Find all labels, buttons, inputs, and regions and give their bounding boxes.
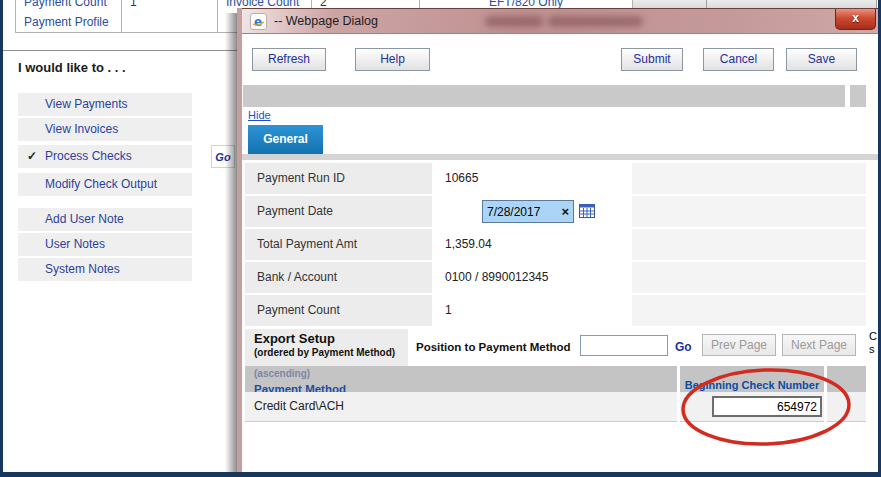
- export-setup-cell: Export Setup (ordered by Payment Method): [245, 329, 408, 366]
- row-filler: [632, 196, 866, 227]
- payment-count-value: 1: [445, 295, 452, 326]
- grid-header-beginning-check-number: Beginning Check Number: [680, 366, 824, 392]
- beginning-check-number-input[interactable]: [712, 396, 822, 417]
- position-label: Position to Payment Method: [416, 329, 571, 366]
- tab-strip: [242, 154, 878, 160]
- payment-profile-label: Payment Profile: [24, 15, 109, 29]
- next-page-button[interactable]: Next Page: [782, 334, 856, 356]
- sidebar-item-system-notes[interactable]: System Notes: [18, 258, 192, 281]
- row-filler: [632, 229, 866, 260]
- sidebar-item-label: System Notes: [45, 262, 120, 276]
- close-button[interactable]: x: [835, 9, 876, 30]
- position-input[interactable]: [580, 335, 668, 356]
- beginning-check-number-header: Beginning Check Number: [685, 379, 819, 391]
- sidebar-item-label: View Invoices: [45, 122, 118, 136]
- dialog-shadow: [225, 13, 237, 477]
- grid-cell-payment-method: Credit Card\ACH: [245, 392, 677, 422]
- ie-icon: e: [250, 13, 267, 30]
- refresh-button[interactable]: Refresh: [252, 48, 326, 71]
- export-setup-title: Export Setup: [254, 331, 408, 346]
- sort-direction: (ascending): [254, 368, 677, 379]
- frame-border-left: [0, 0, 3, 477]
- sidebar-item-label: Add User Note: [45, 212, 124, 226]
- sidebar-item-view-payments[interactable]: View Payments: [18, 93, 192, 116]
- sidebar-item-label: View Payments: [45, 97, 127, 111]
- redacted-text: [485, 16, 543, 27]
- redacted-text: [548, 16, 643, 27]
- grid-cell-spacer: [827, 392, 866, 422]
- hide-link[interactable]: Hide: [248, 109, 271, 121]
- bg-cell-payment-profile-value: [122, 13, 218, 33]
- toolbar-band: [243, 85, 845, 107]
- clipped-link-line1: C: [869, 330, 878, 343]
- webpage-dialog: e -- Webpage Dialog x Refresh Help Submi…: [237, 8, 878, 477]
- row-filler: [632, 163, 866, 194]
- clipped-link-line2: s: [869, 343, 878, 356]
- sidebar-item-view-invoices[interactable]: View Invoices: [18, 118, 192, 141]
- screen: Payment Count 1 Invoice Count 2 EFT/820 …: [0, 0, 881, 477]
- payment-count-label: Payment Count: [24, 0, 121, 12]
- bg-cell-payment-count: Payment Count: [15, 0, 122, 13]
- sidebar-item-label: User Notes: [45, 237, 105, 251]
- row-filler: [632, 295, 866, 326]
- dialog-titlebar[interactable]: e -- Webpage Dialog x: [242, 8, 878, 34]
- checkmark-icon: ✓: [27, 145, 37, 168]
- calendar-icon[interactable]: [579, 203, 595, 223]
- grid-header-payment-method: (ascending) Payment Method: [245, 366, 677, 392]
- field-label: Bank / Account: [245, 262, 432, 293]
- grid-header-spacer: [827, 366, 866, 392]
- sidebar-item-process-checks[interactable]: ✓ Process Checks: [18, 145, 192, 168]
- sidebar-item-modify-check-output[interactable]: Modify Check Output: [18, 173, 192, 196]
- grid-cell-beginning-check-number: [680, 392, 824, 422]
- clipped-link[interactable]: C s: [869, 330, 878, 358]
- tab-general[interactable]: General: [248, 125, 323, 154]
- sidebar-item-add-user-note[interactable]: Add User Note: [18, 208, 192, 231]
- bg-cell-payment-count-value: 1: [122, 0, 218, 13]
- field-label: Payment Run ID: [245, 163, 432, 194]
- sidebar-item-label: Modify Check Output: [45, 177, 157, 191]
- bank-account-value: 0100 / 8990012345: [445, 262, 548, 293]
- toolbar-band-segment: [850, 85, 866, 107]
- total-payment-amt-value: 1,359.04: [445, 229, 492, 260]
- payment-run-id-value: 10665: [445, 163, 478, 194]
- payment-date-input[interactable]: [484, 202, 553, 221]
- payment-date-field[interactable]: ×: [482, 200, 574, 223]
- row-filler: [632, 262, 866, 293]
- submit-button[interactable]: Submit: [621, 48, 683, 71]
- save-button[interactable]: Save: [786, 48, 857, 71]
- dialog-title: -- Webpage Dialog: [274, 9, 378, 34]
- cancel-button[interactable]: Cancel: [703, 48, 774, 71]
- clear-date-icon[interactable]: ×: [561, 201, 569, 222]
- sidebar-heading: I would like to . . .: [18, 60, 126, 75]
- field-label: Total Payment Amt: [245, 229, 432, 260]
- sidebar-item-label: Process Checks: [45, 149, 132, 163]
- payment-count-value: 1: [130, 0, 217, 12]
- bg-cell-payment-profile: Payment Profile: [15, 13, 122, 33]
- frame-border-bottom: [0, 472, 881, 477]
- svg-text:e: e: [254, 15, 262, 28]
- sidebar-item-user-notes[interactable]: User Notes: [18, 233, 192, 256]
- help-button[interactable]: Help: [355, 48, 430, 71]
- export-setup-subtitle: (ordered by Payment Method): [254, 347, 408, 358]
- field-label: Payment Count: [245, 295, 432, 326]
- payment-method-value: Credit Card\ACH: [254, 399, 344, 413]
- field-label: Payment Date: [245, 196, 432, 227]
- position-go-link[interactable]: Go: [675, 329, 692, 365]
- prev-page-button[interactable]: Prev Page: [702, 334, 776, 356]
